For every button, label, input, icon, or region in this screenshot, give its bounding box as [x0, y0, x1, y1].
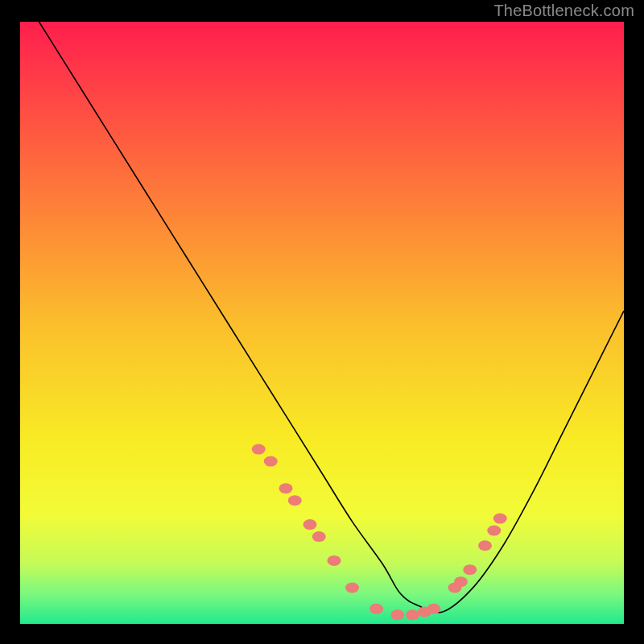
highlight-dot: [390, 609, 404, 620]
highlight-dot: [288, 495, 302, 506]
chart-frame: TheBottleneck.com: [0, 0, 644, 644]
highlight-dot: [279, 483, 293, 493]
highlight-dot: [487, 526, 501, 536]
highlight-dot: [427, 604, 440, 614]
highlight-dot: [312, 531, 326, 542]
highlight-dot: [369, 604, 383, 614]
highlight-dot: [303, 519, 317, 530]
highlight-dot: [345, 583, 359, 593]
highlight-dot: [264, 456, 278, 467]
bottleneck-chart: [0, 0, 644, 644]
highlight-dot: [454, 576, 468, 587]
highlight-dot: [406, 609, 419, 620]
watermark-label: TheBottleneck.com: [493, 2, 634, 20]
highlight-dot: [463, 564, 477, 575]
highlight-dot: [328, 555, 341, 566]
highlight-dot: [478, 540, 492, 551]
highlight-dot: [252, 444, 266, 455]
highlight-dot: [493, 514, 507, 524]
